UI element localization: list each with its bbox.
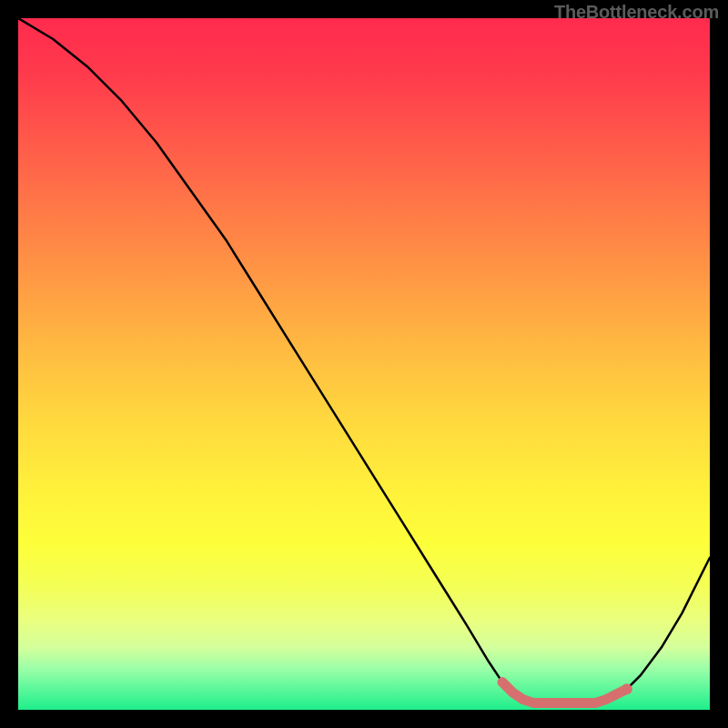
valley-highlight (18, 18, 710, 710)
plot-area (18, 18, 710, 710)
svg-point-0 (622, 683, 632, 694)
watermark-label: TheBottleneck.com (554, 2, 719, 23)
chart-frame: TheBottleneck.com (0, 0, 728, 728)
